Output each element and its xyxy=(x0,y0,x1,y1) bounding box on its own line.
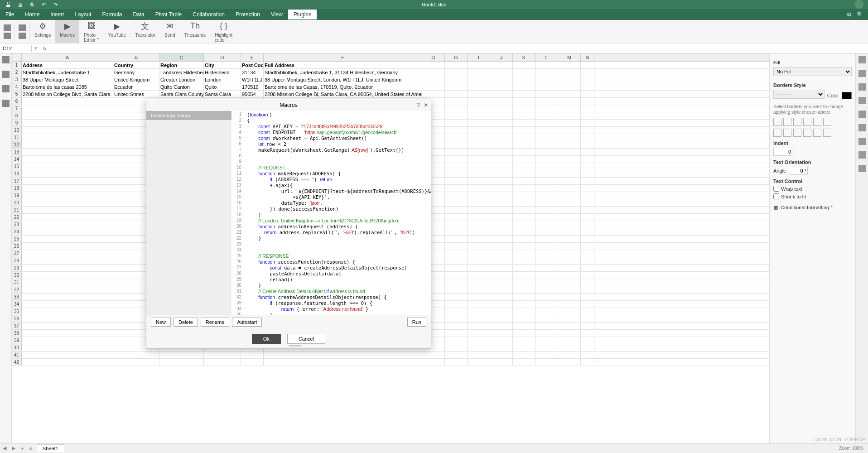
ribbon-translator[interactable]: 文Translator xyxy=(130,20,160,43)
row-header[interactable]: 35 xyxy=(12,308,22,315)
ribbon-macros[interactable]: ▶Macros xyxy=(55,20,79,43)
find-icon[interactable]: 🔍 xyxy=(857,11,863,18)
cell[interactable] xyxy=(22,359,113,366)
cancel-button[interactable]: Cancel xyxy=(287,334,325,344)
cell[interactable] xyxy=(22,308,113,315)
cell[interactable] xyxy=(581,236,594,242)
cell[interactable] xyxy=(558,279,581,286)
cell[interactable] xyxy=(535,69,558,76)
cell[interactable] xyxy=(535,91,558,97)
cell[interactable]: Region xyxy=(159,62,204,68)
border-inner-icon[interactable] xyxy=(803,118,811,126)
cell[interactable] xyxy=(513,286,535,293)
cell[interactable] xyxy=(468,265,490,271)
cell[interactable] xyxy=(445,352,468,358)
cell[interactable] xyxy=(445,141,468,148)
cell[interactable]: Bartolome de las casas 2085 xyxy=(22,83,113,90)
cell[interactable]: 2200 Mission College Bl, Santa Clara, CA… xyxy=(264,91,422,97)
tab-prev-icon[interactable]: ◀ xyxy=(0,445,9,451)
col-header-E[interactable]: E xyxy=(241,53,264,61)
cell[interactable] xyxy=(535,257,558,264)
cell[interactable] xyxy=(468,76,490,83)
cell[interactable] xyxy=(468,91,490,97)
dialog-titlebar[interactable]: Macros ? ✕ xyxy=(146,99,431,111)
text-settings-icon[interactable] xyxy=(858,124,866,131)
cell[interactable] xyxy=(581,141,594,148)
cell[interactable]: Quito Canton xyxy=(159,83,204,90)
row-header[interactable]: 30 xyxy=(12,272,22,279)
cell[interactable]: Post Code xyxy=(241,62,264,68)
row-header[interactable]: 39 xyxy=(12,337,22,344)
cell[interactable] xyxy=(445,170,468,177)
cell[interactable] xyxy=(22,112,113,119)
border-color-swatch[interactable] xyxy=(842,92,852,99)
menu-pivot-table[interactable]: Pivot Table xyxy=(150,10,187,19)
cell[interactable] xyxy=(513,337,535,344)
menu-view[interactable]: View xyxy=(265,10,288,19)
cell[interactable] xyxy=(22,170,113,177)
row-header[interactable]: 41 xyxy=(12,352,22,358)
cell[interactable] xyxy=(535,185,558,192)
cell[interactable] xyxy=(445,330,468,337)
cell[interactable] xyxy=(513,62,535,68)
row-header[interactable]: 6 xyxy=(12,98,22,105)
cell[interactable]: United Kingdom xyxy=(113,76,159,83)
row-header[interactable]: 17 xyxy=(12,178,22,184)
cell[interactable] xyxy=(581,250,594,257)
cell[interactable] xyxy=(468,105,490,112)
cell[interactable] xyxy=(535,207,558,213)
cell[interactable] xyxy=(468,315,490,322)
cell[interactable]: Santa Clara County xyxy=(159,91,204,97)
cell[interactable] xyxy=(558,286,581,293)
cell[interactable]: City xyxy=(204,62,241,68)
cell[interactable] xyxy=(558,207,581,213)
cell[interactable] xyxy=(513,359,535,366)
cell[interactable] xyxy=(581,337,594,344)
cell[interactable] xyxy=(445,286,468,293)
cell[interactable] xyxy=(558,243,581,250)
cell[interactable]: Greater London xyxy=(159,76,204,83)
cell[interactable] xyxy=(490,279,513,286)
cell[interactable] xyxy=(22,134,113,141)
cell[interactable]: Ecuador xyxy=(113,83,159,90)
copy-icon[interactable] xyxy=(4,24,11,31)
cell[interactable] xyxy=(445,127,468,134)
cell[interactable] xyxy=(581,120,594,126)
cell[interactable] xyxy=(445,120,468,126)
cell[interactable] xyxy=(468,228,490,235)
cell[interactable] xyxy=(513,105,535,112)
cell[interactable] xyxy=(445,83,468,90)
cell[interactable] xyxy=(581,359,594,366)
cell[interactable] xyxy=(468,330,490,337)
cell[interactable] xyxy=(558,163,581,170)
cell[interactable] xyxy=(490,265,513,271)
border-right-icon[interactable] xyxy=(793,129,801,137)
cell[interactable] xyxy=(22,279,113,286)
border-all-icon[interactable] xyxy=(783,118,791,126)
cell[interactable] xyxy=(204,352,241,358)
cell[interactable] xyxy=(22,207,113,213)
cell[interactable] xyxy=(513,257,535,264)
cell[interactable] xyxy=(581,163,594,170)
cell[interactable] xyxy=(581,265,594,271)
cell[interactable] xyxy=(513,323,535,329)
cell[interactable] xyxy=(468,192,490,199)
cell[interactable]: Germany xyxy=(113,69,159,76)
cell[interactable] xyxy=(513,352,535,358)
cell[interactable] xyxy=(490,127,513,134)
cell[interactable] xyxy=(581,308,594,315)
cell[interactable] xyxy=(581,323,594,329)
cell[interactable] xyxy=(513,170,535,177)
cell[interactable] xyxy=(490,214,513,221)
undo-icon[interactable]: ↶ xyxy=(40,1,47,8)
ribbon-send[interactable]: ✉Send xyxy=(160,20,180,43)
cell[interactable] xyxy=(558,127,581,134)
table-settings-icon[interactable] xyxy=(858,70,866,77)
cell[interactable]: Bartolome de las Casas, 170519, Quito, E… xyxy=(264,83,422,90)
cell[interactable] xyxy=(468,236,490,242)
cell[interactable] xyxy=(468,141,490,148)
cell[interactable] xyxy=(468,308,490,315)
cell[interactable] xyxy=(558,185,581,192)
cell[interactable] xyxy=(490,308,513,315)
menu-insert[interactable]: Insert xyxy=(45,10,69,19)
